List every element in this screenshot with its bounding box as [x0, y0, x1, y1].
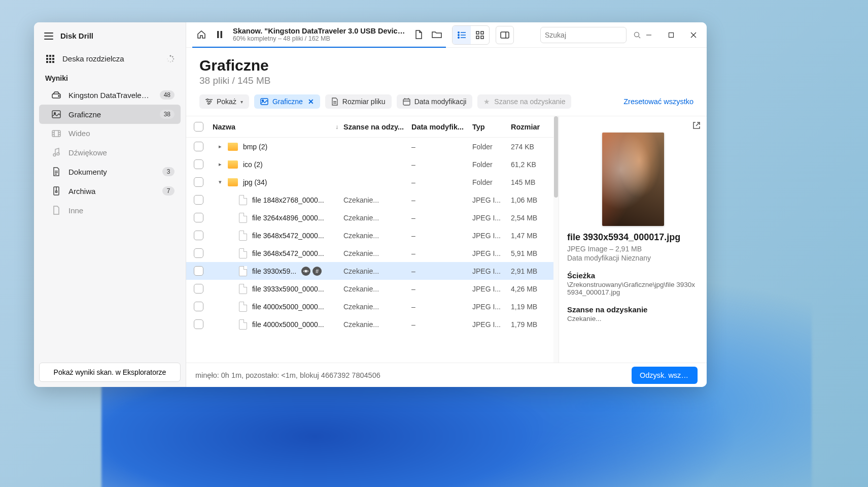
filter-graphics[interactable]: Graficzne ✕ [254, 94, 320, 109]
filter-remove-icon[interactable]: ✕ [308, 98, 314, 106]
row-name: file 3933x5900_0000... [250, 285, 324, 293]
panel-toggle-button[interactable] [496, 26, 514, 44]
row-checkbox[interactable] [194, 195, 203, 205]
folder-row[interactable]: ▸ bmp (2)–Folder274 KB [186, 138, 553, 155]
folder-view-icon[interactable] [428, 25, 446, 44]
file-table: Nazwa↓ Szanse na odzy... Data modyfik...… [186, 116, 553, 363]
row-size: 1,06 MB [511, 196, 553, 204]
open-external-icon[interactable] [692, 121, 701, 129]
filter-show[interactable]: Pokaż ▾ [199, 94, 249, 109]
file-icon [239, 319, 247, 330]
reset-filters-link[interactable]: Zresetować wszystko [623, 98, 693, 106]
sidebar-item-dokumenty[interactable]: Dokumenty3 [39, 162, 181, 181]
minimize-button[interactable] [638, 24, 660, 46]
pause-button[interactable] [211, 25, 229, 44]
column-chance[interactable]: Szanse na odzy... [343, 123, 411, 131]
expand-toggle[interactable]: ▸ [216, 143, 225, 150]
file-row[interactable]: file 3648x5472_0000...Czekanie...–JPEG I… [186, 226, 553, 244]
menu-icon[interactable] [44, 33, 53, 40]
row-date: – [411, 196, 472, 204]
search-box[interactable] [540, 27, 627, 43]
svg-point-12 [172, 60, 173, 61]
expand-toggle[interactable]: ▾ [216, 179, 225, 185]
maximize-button[interactable] [660, 24, 682, 46]
preview-panel: file 3930x5934_000017.jpg JPEG Image – 2… [559, 116, 707, 363]
filter-graphics-label: Graficzne [272, 98, 303, 106]
svg-point-62 [262, 100, 263, 102]
file-row[interactable]: file 4000x5000_0000...Czekanie...–JPEG I… [186, 315, 553, 333]
filter-chances-label: Szanse na odzyskanie [494, 98, 565, 106]
file-row[interactable]: file 3264x4896_0000...Czekanie...–JPEG I… [186, 209, 553, 226]
filter-filesize[interactable]: Rozmiar pliku [325, 94, 392, 109]
hash-badge-icon[interactable]: # [313, 267, 322, 276]
column-size[interactable]: Rozmiar [511, 123, 553, 131]
filter-chances[interactable]: ★ Szanse na odzyskanie [477, 94, 571, 109]
filter-moddate[interactable]: Data modyfikacji [397, 94, 473, 109]
row-checkbox[interactable] [194, 248, 203, 258]
row-checkbox[interactable] [194, 284, 203, 294]
row-checkbox[interactable] [194, 231, 203, 240]
file-view-icon[interactable] [409, 25, 428, 44]
row-checkbox[interactable] [194, 266, 203, 276]
row-type: Folder [472, 143, 511, 151]
preview-meta-type: JPEG Image – 2,91 MB [567, 245, 699, 253]
sidebar: Disk Drill Deska rozdzielcza Wyniki King… [34, 22, 186, 387]
sidebar-item-inne[interactable]: Inne [39, 201, 181, 220]
footer-status: minęło: 0h 1m, pozostało: <1m, blokuj 46… [195, 371, 380, 379]
row-date: – [411, 178, 472, 186]
row-checkbox[interactable] [194, 319, 203, 329]
preview-path-value: \Zrekonstruowany\Graficzne\jpg\file 3930… [567, 281, 699, 296]
sidebar-item-archiwa[interactable]: Archiwa7 [39, 181, 181, 201]
filter-filesize-label: Rozmiar pliku [342, 98, 386, 106]
row-name: file 3648x5472_0000... [250, 232, 324, 240]
show-in-explorer-button[interactable]: Pokaż wyniki skan. w Eksploratorze [39, 363, 181, 382]
column-name[interactable]: Nazwa↓ [211, 123, 343, 131]
svg-rect-7 [49, 61, 51, 63]
scrollbar-thumb[interactable] [554, 116, 558, 198]
row-checkbox[interactable] [194, 142, 203, 151]
close-button[interactable] [682, 24, 705, 46]
folder-row[interactable]: ▾ jpg (34)–Folder145 MB [186, 173, 553, 191]
sidebar-item-label: Dźwiękowe [68, 148, 107, 157]
file-row[interactable]: file 3930x59...#Czekanie...–JPEG I...2,9… [186, 262, 553, 280]
file-row[interactable]: file 4000x5000_0000...Czekanie...–JPEG I… [186, 298, 553, 315]
preview-thumbnail [602, 133, 664, 226]
sidebar-dashboard[interactable]: Deska rozdzielcza [39, 49, 181, 68]
sidebar-device[interactable]: Kingston DataTraveler 3.0... 48 [39, 85, 181, 105]
scan-title: Skanow. "Kingston DataTraveler 3.0 USB D… [233, 27, 405, 35]
svg-rect-4 [49, 58, 51, 60]
column-type[interactable]: Typ [472, 123, 511, 131]
column-date[interactable]: Data modyfik... [411, 123, 472, 131]
row-chance: Czekanie... [343, 249, 411, 257]
folder-row[interactable]: ▸ ico (2)–Folder61,2 KB [186, 155, 553, 173]
sidebar-item-dźwiękowe[interactable]: Dźwiękowe [39, 143, 181, 162]
expand-toggle[interactable]: ▸ [216, 161, 225, 168]
row-chance: Czekanie... [343, 232, 411, 240]
file-row[interactable]: file 3933x5900_0000...Czekanie...–JPEG I… [186, 280, 553, 298]
spinner-icon [166, 55, 175, 63]
sidebar-item-graficzne[interactable]: Graficzne38 [39, 105, 181, 124]
row-size: 145 MB [511, 178, 553, 186]
row-size: 4,26 MB [511, 285, 553, 293]
file-icon [239, 248, 247, 258]
search-input[interactable] [545, 31, 634, 39]
file-row[interactable]: file 1848x2768_0000...Czekanie...–JPEG I… [186, 191, 553, 209]
svg-rect-6 [46, 61, 48, 63]
filter-bar: Pokaż ▾ Graficzne ✕ Rozmiar pliku Data m… [186, 91, 707, 116]
row-checkbox[interactable] [194, 177, 203, 187]
recover-all-button[interactable]: Odzysk. wszyst... [632, 367, 698, 384]
sidebar-device-badge: 48 [160, 90, 175, 100]
row-checkbox[interactable] [194, 213, 203, 222]
svg-line-70 [696, 122, 700, 126]
row-checkbox[interactable] [194, 159, 203, 169]
row-checkbox[interactable] [194, 302, 203, 311]
list-view-button[interactable] [453, 26, 471, 44]
scrollbar[interactable] [553, 116, 559, 363]
grid-view-button[interactable] [471, 26, 489, 44]
sidebar-item-wideo[interactable]: Wideo [39, 124, 181, 143]
file-row[interactable]: file 3648x5472_0000...Czekanie...–JPEG I… [186, 244, 553, 262]
row-size: 1,79 MB [511, 320, 553, 329]
select-all-checkbox[interactable] [194, 122, 203, 132]
home-button[interactable] [192, 25, 211, 44]
eye-badge-icon[interactable] [301, 267, 310, 276]
